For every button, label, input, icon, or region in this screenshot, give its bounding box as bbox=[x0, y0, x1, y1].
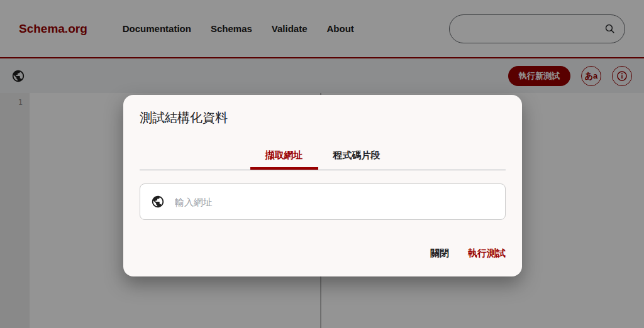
dialog-title: 測試結構化資料 bbox=[140, 109, 228, 126]
url-input[interactable] bbox=[174, 196, 505, 208]
run-test-button[interactable]: 執行測試 bbox=[468, 248, 506, 260]
globe-icon bbox=[151, 195, 165, 209]
tab-code-snippet[interactable]: 程式碼片段 bbox=[318, 144, 396, 170]
dialog-footer: 關閉 執行測試 bbox=[430, 244, 506, 263]
close-button[interactable]: 關閉 bbox=[430, 248, 449, 260]
dialog-tabs: 擷取網址 程式碼片段 bbox=[140, 144, 506, 170]
tab-fetch-url[interactable]: 擷取網址 bbox=[250, 144, 318, 170]
test-dialog: 測試結構化資料 擷取網址 程式碼片段 關閉 執行測試 bbox=[123, 95, 522, 276]
url-input-container[interactable] bbox=[140, 183, 506, 220]
